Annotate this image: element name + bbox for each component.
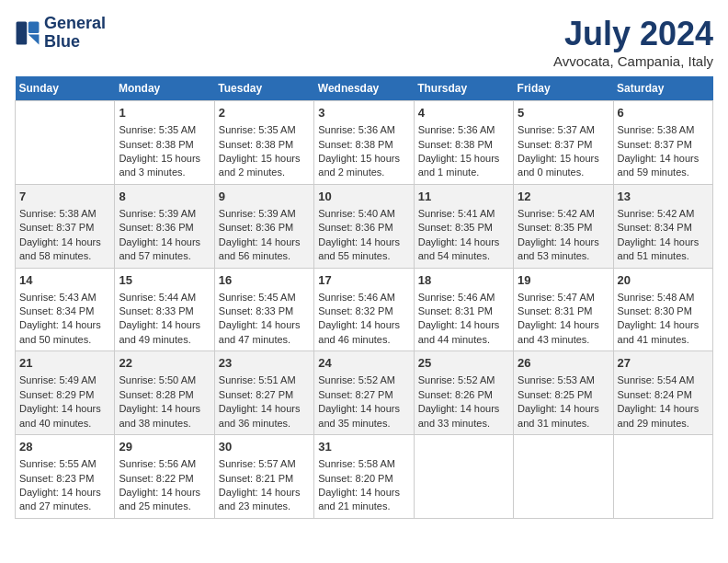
sunrise-text: Sunrise: 5:55 AM: [19, 457, 110, 471]
weekday-header-sunday: Sunday: [16, 76, 115, 101]
day-number: 16: [219, 272, 310, 289]
calendar-cell: 13Sunrise: 5:42 AMSunset: 8:34 PMDayligh…: [613, 184, 712, 268]
sunrise-text: Sunrise: 5:41 AM: [418, 207, 509, 221]
sunset-text: Sunset: 8:34 PM: [618, 221, 709, 235]
day-number: 29: [119, 439, 210, 455]
sunrise-text: Sunrise: 5:54 AM: [618, 373, 709, 387]
day-number: 9: [219, 189, 310, 205]
day-number: 14: [19, 272, 110, 289]
logo-icon: [15, 20, 40, 46]
sunrise-text: Sunrise: 5:52 AM: [318, 373, 409, 387]
calendar-cell: 24Sunrise: 5:52 AMSunset: 8:27 PMDayligh…: [314, 351, 414, 435]
title-block: July 2024 Avvocata, Campania, Italy: [553, 15, 713, 69]
sunrise-text: Sunrise: 5:45 AM: [219, 291, 310, 304]
day-number: 23: [219, 355, 310, 372]
day-number: 13: [618, 189, 709, 205]
sunrise-text: Sunrise: 5:42 AM: [518, 207, 609, 221]
day-number: 24: [318, 355, 409, 372]
daylight-text: Daylight: 14 hours and 43 minutes.: [518, 318, 609, 347]
sunset-text: Sunset: 8:21 PM: [219, 472, 310, 486]
sunrise-text: Sunrise: 5:48 AM: [618, 291, 709, 304]
daylight-text: Daylight: 14 hours and 29 minutes.: [618, 402, 709, 431]
sunset-text: Sunset: 8:22 PM: [119, 472, 210, 486]
sunrise-text: Sunrise: 5:39 AM: [119, 207, 210, 221]
sunrise-text: Sunrise: 5:56 AM: [119, 457, 210, 471]
week-row-1: 1Sunrise: 5:35 AMSunset: 8:38 PMDaylight…: [16, 101, 713, 185]
daylight-text: Daylight: 14 hours and 57 minutes.: [119, 236, 210, 264]
calendar-cell: 6Sunrise: 5:38 AMSunset: 8:37 PMDaylight…: [613, 101, 712, 185]
daylight-text: Daylight: 14 hours and 38 minutes.: [119, 402, 210, 431]
daylight-text: Daylight: 14 hours and 31 minutes.: [518, 402, 609, 431]
calendar-cell: [613, 435, 712, 519]
daylight-text: Daylight: 15 hours and 2 minutes.: [219, 152, 310, 180]
day-number: 22: [119, 355, 210, 372]
day-number: 3: [318, 105, 409, 121]
daylight-text: Daylight: 14 hours and 27 minutes.: [19, 486, 110, 514]
weekday-header-saturday: Saturday: [613, 76, 712, 101]
calendar-cell: 14Sunrise: 5:43 AMSunset: 8:34 PMDayligh…: [16, 268, 115, 351]
sunset-text: Sunset: 8:38 PM: [219, 138, 310, 152]
page-header: General Blue July 2024 Avvocata, Campani…: [15, 15, 713, 69]
calendar-cell: 1Sunrise: 5:35 AMSunset: 8:38 PMDaylight…: [115, 101, 214, 185]
month-title: July 2024: [553, 15, 713, 53]
daylight-text: Daylight: 14 hours and 55 minutes.: [318, 236, 409, 264]
sunset-text: Sunset: 8:25 PM: [518, 388, 609, 402]
sunrise-text: Sunrise: 5:49 AM: [19, 373, 110, 387]
svg-marker-3: [28, 34, 40, 44]
daylight-text: Daylight: 14 hours and 35 minutes.: [318, 402, 409, 431]
daylight-text: Daylight: 14 hours and 46 minutes.: [318, 318, 409, 347]
calendar-cell: 10Sunrise: 5:40 AMSunset: 8:36 PMDayligh…: [314, 184, 414, 268]
sunset-text: Sunset: 8:27 PM: [219, 388, 310, 402]
sunset-text: Sunset: 8:27 PM: [318, 388, 409, 402]
daylight-text: Daylight: 14 hours and 51 minutes.: [618, 236, 709, 264]
day-number: 4: [418, 105, 509, 121]
calendar-cell: 19Sunrise: 5:47 AMSunset: 8:31 PMDayligh…: [514, 268, 613, 351]
calendar-cell: 2Sunrise: 5:35 AMSunset: 8:38 PMDaylight…: [214, 101, 313, 185]
daylight-text: Daylight: 15 hours and 3 minutes.: [119, 152, 210, 180]
calendar-cell: 3Sunrise: 5:36 AMSunset: 8:38 PMDaylight…: [314, 101, 414, 185]
week-row-5: 28Sunrise: 5:55 AMSunset: 8:23 PMDayligh…: [16, 435, 713, 519]
calendar-cell: 25Sunrise: 5:52 AMSunset: 8:26 PMDayligh…: [414, 351, 513, 435]
sunset-text: Sunset: 8:36 PM: [318, 221, 409, 235]
weekday-header-row: SundayMondayTuesdayWednesdayThursdayFrid…: [16, 76, 713, 101]
calendar-cell: [414, 435, 513, 519]
calendar-cell: 15Sunrise: 5:44 AMSunset: 8:33 PMDayligh…: [115, 268, 214, 351]
calendar-cell: 21Sunrise: 5:49 AMSunset: 8:29 PMDayligh…: [16, 351, 115, 435]
day-number: 30: [219, 439, 310, 455]
sunset-text: Sunset: 8:36 PM: [219, 221, 310, 235]
daylight-text: Daylight: 14 hours and 36 minutes.: [219, 402, 310, 431]
daylight-text: Daylight: 15 hours and 0 minutes.: [518, 152, 609, 180]
weekday-header-thursday: Thursday: [414, 76, 513, 101]
sunset-text: Sunset: 8:36 PM: [119, 221, 210, 235]
sunset-text: Sunset: 8:35 PM: [418, 221, 509, 235]
day-number: 19: [518, 272, 609, 289]
sunrise-text: Sunrise: 5:42 AM: [618, 207, 709, 221]
calendar-cell: 27Sunrise: 5:54 AMSunset: 8:24 PMDayligh…: [613, 351, 712, 435]
calendar-cell: 8Sunrise: 5:39 AMSunset: 8:36 PMDaylight…: [115, 184, 214, 268]
sunrise-text: Sunrise: 5:46 AM: [418, 291, 509, 304]
day-number: 11: [418, 189, 509, 205]
sunset-text: Sunset: 8:24 PM: [618, 388, 709, 402]
sunset-text: Sunset: 8:20 PM: [318, 472, 409, 486]
day-number: 6: [618, 105, 709, 121]
day-number: 28: [19, 439, 110, 455]
calendar-cell: 18Sunrise: 5:46 AMSunset: 8:31 PMDayligh…: [414, 268, 513, 351]
sunset-text: Sunset: 8:32 PM: [318, 304, 409, 318]
daylight-text: Daylight: 14 hours and 59 minutes.: [618, 152, 709, 180]
day-number: 1: [119, 105, 210, 121]
day-number: 7: [19, 189, 110, 205]
calendar-cell: 9Sunrise: 5:39 AMSunset: 8:36 PMDaylight…: [214, 184, 313, 268]
sunset-text: Sunset: 8:37 PM: [19, 221, 110, 235]
sunset-text: Sunset: 8:37 PM: [618, 138, 709, 152]
week-row-4: 21Sunrise: 5:49 AMSunset: 8:29 PMDayligh…: [16, 351, 713, 435]
sunset-text: Sunset: 8:28 PM: [119, 388, 210, 402]
daylight-text: Daylight: 14 hours and 23 minutes.: [219, 486, 310, 514]
sunrise-text: Sunrise: 5:35 AM: [119, 123, 210, 137]
daylight-text: Daylight: 14 hours and 25 minutes.: [119, 486, 210, 514]
daylight-text: Daylight: 14 hours and 33 minutes.: [418, 402, 509, 431]
daylight-text: Daylight: 14 hours and 58 minutes.: [19, 236, 110, 264]
sunrise-text: Sunrise: 5:40 AM: [318, 207, 409, 221]
day-number: 20: [618, 272, 709, 289]
sunrise-text: Sunrise: 5:43 AM: [19, 291, 110, 304]
svg-rect-1: [17, 21, 28, 44]
